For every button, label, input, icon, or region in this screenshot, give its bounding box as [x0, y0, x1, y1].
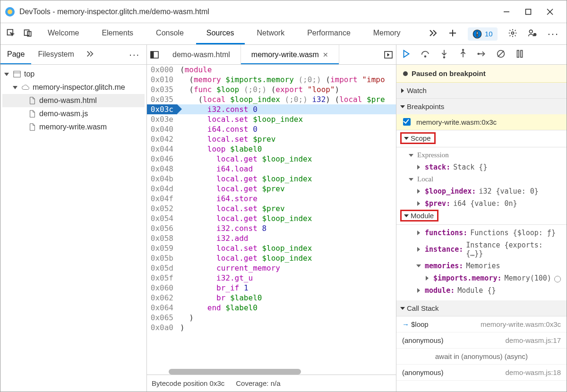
callstack-frame[interactable]: →$loopmemory-write.wasm:0x3c [396, 316, 567, 332]
code-line[interactable]: 0x0a0) [147, 323, 396, 332]
tree-origin[interactable]: memory-inspector.glitch.me [2, 81, 145, 94]
code-line[interactable]: 0x056 i32.const 8 [147, 223, 396, 233]
scope-local[interactable]: Local [396, 173, 567, 185]
gutter-addr[interactable]: 0x05f [147, 273, 177, 283]
file-tab[interactable]: memory-write.wasm✕ [241, 45, 339, 64]
step-over-button[interactable] [420, 49, 430, 61]
code-line[interactable]: 0x062 br $label0 [147, 293, 396, 303]
close-button[interactable] [546, 8, 554, 16]
code-line[interactable]: 0x044 loop $label0 [147, 144, 396, 154]
scope-item[interactable]: instance: Instance {exports: {…}} [396, 239, 567, 260]
pause-exceptions-button[interactable] [515, 49, 525, 61]
kebab-icon[interactable]: ··· [548, 28, 559, 40]
file-tab[interactable]: demo-wasm.html [162, 45, 241, 64]
more-tabs-icon[interactable] [428, 28, 438, 40]
tab-network[interactable]: Network [247, 23, 295, 44]
gutter-addr[interactable]: 0x04b [147, 174, 177, 184]
code-line[interactable]: 0x054 local.get $loop_index [147, 213, 396, 223]
code-line[interactable]: 0x065 ) [147, 313, 396, 323]
scope-section[interactable]: Scope [400, 132, 436, 144]
file-item[interactable]: memory-write.wasm [2, 120, 145, 134]
horizontal-scrollbar[interactable] [169, 369, 301, 375]
code-line[interactable]: 0x048 i64.load [147, 164, 396, 174]
code-line[interactable]: 0x04f i64.store [147, 194, 396, 204]
tab-welcome[interactable]: Welcome [37, 23, 89, 44]
gutter-addr[interactable]: 0x035 [147, 85, 177, 94]
tab-memory[interactable]: Memory [363, 23, 411, 44]
gutter-addr[interactable]: 0x000 [147, 65, 177, 75]
tab-console[interactable]: Console [146, 23, 194, 44]
code-line[interactable]: 0x03e local.set $loop_index [147, 114, 396, 124]
nav-kebab-icon[interactable]: ··· [122, 49, 146, 60]
code-line[interactable]: 0x059 local.set $loop_index [147, 243, 396, 253]
gutter-addr[interactable]: 0x044 [147, 144, 177, 154]
code-line[interactable]: 0x035 (func $loop (;0;) (export "loop") [147, 85, 396, 94]
code-line[interactable]: 0x040 i64.const 0 [147, 124, 396, 134]
code-line[interactable]: 0x04d local.get $prev [147, 184, 396, 194]
callstack-frame[interactable]: (anonymous)demo-wasm.js:17 [396, 332, 567, 349]
subtab-filesystem[interactable]: Filesystem [31, 45, 80, 64]
code-line[interactable]: 0x05f i32.gt_u [147, 273, 396, 283]
tab-sources[interactable]: Sources [196, 23, 245, 44]
gutter-addr[interactable]: 0x054 [147, 213, 177, 223]
gutter-addr[interactable]: 0x03e [147, 114, 177, 124]
callstack-frame[interactable]: (anonymous)demo-wasm.js:18 [396, 365, 567, 381]
reveal-icon[interactable] [381, 50, 396, 60]
breakpoint-item[interactable]: memory-write.wasm:0x3c [396, 114, 567, 130]
minimize-button[interactable] [502, 8, 511, 16]
step-button[interactable] [477, 49, 487, 61]
gutter-addr[interactable]: 0x060 [147, 283, 177, 293]
gutter-addr[interactable]: 0x0a0 [147, 323, 177, 332]
gutter-addr[interactable]: 0x064 [147, 303, 177, 313]
subtab-page[interactable]: Page [0, 45, 31, 64]
scope-item[interactable]: module: Module {} [396, 284, 567, 297]
gutter-addr[interactable]: 0x052 [147, 204, 177, 213]
gutter-addr[interactable]: 0x04f [147, 194, 177, 204]
gutter-addr[interactable]: 0x062 [147, 293, 177, 303]
gutter-addr[interactable]: 0x048 [147, 164, 177, 174]
code-line[interactable]: 0x042 local.set $prev [147, 134, 396, 144]
code-line[interactable]: 0x064 end $label0 [147, 303, 396, 313]
close-tab-icon[interactable]: ✕ [323, 51, 328, 59]
code-line[interactable]: 0x05b local.get $loop_index [147, 253, 396, 263]
gutter-addr[interactable]: 0x059 [147, 243, 177, 253]
nav-more-icon[interactable] [81, 50, 99, 60]
watch-section[interactable]: Watch [396, 83, 567, 98]
gutter-addr[interactable]: 0x056 [147, 223, 177, 233]
breakpoint-checkbox[interactable] [403, 118, 411, 126]
settings-icon[interactable] [508, 28, 517, 40]
tab-elements[interactable]: Elements [91, 23, 144, 44]
gutter-addr[interactable]: 0x05b [147, 253, 177, 263]
maximize-button[interactable] [524, 8, 533, 16]
scope-expression[interactable]: Expression [396, 149, 567, 161]
code-editor[interactable]: 0x000(module0x010 (memory $imports.memor… [147, 65, 396, 375]
scope-item[interactable]: $prev: i64 {value: 0n} [396, 197, 567, 210]
gutter-addr[interactable]: 0x04d [147, 184, 177, 194]
scope-item[interactable]: $imports.memory: Memory(100) [396, 272, 567, 284]
gutter-addr[interactable]: 0x042 [147, 134, 177, 144]
code-line[interactable]: 0x03c i32.const 0 [147, 104, 396, 114]
code-line[interactable]: 0x060 br_if 1 [147, 283, 396, 293]
reveal-memory-icon[interactable] [554, 276, 561, 282]
gutter-addr[interactable]: 0x05d [147, 263, 177, 273]
step-out-button[interactable] [458, 49, 468, 61]
add-tab-icon[interactable] [448, 28, 457, 40]
account-icon[interactable] [528, 28, 537, 40]
drawer-toggle-icon[interactable] [147, 50, 162, 60]
issues-badge[interactable]: 10 [468, 27, 498, 41]
gutter-addr[interactable]: 0x03c [147, 104, 177, 114]
code-line[interactable]: 0x058 i32.add [147, 233, 396, 243]
code-line[interactable]: 0x000(module [147, 65, 396, 75]
resume-button[interactable] [401, 49, 412, 61]
gutter-addr[interactable]: 0x035 [147, 94, 177, 104]
deactivate-breakpoints-button[interactable] [496, 49, 506, 61]
scope-item[interactable]: functions: Functions {$loop: ƒ} [396, 227, 567, 239]
code-line[interactable]: 0x010 (memory $imports.memory (;0;) (imp… [147, 75, 396, 85]
gutter-addr[interactable]: 0x065 [147, 313, 177, 323]
gutter-addr[interactable]: 0x046 [147, 154, 177, 164]
gutter-addr[interactable]: 0x040 [147, 124, 177, 134]
file-item[interactable]: demo-wasm.html [2, 94, 145, 107]
file-item[interactable]: demo-wasm.js [2, 107, 145, 120]
code-line[interactable]: 0x052 local.set $prev [147, 204, 396, 213]
scope-item[interactable]: memories: Memories [396, 260, 567, 272]
